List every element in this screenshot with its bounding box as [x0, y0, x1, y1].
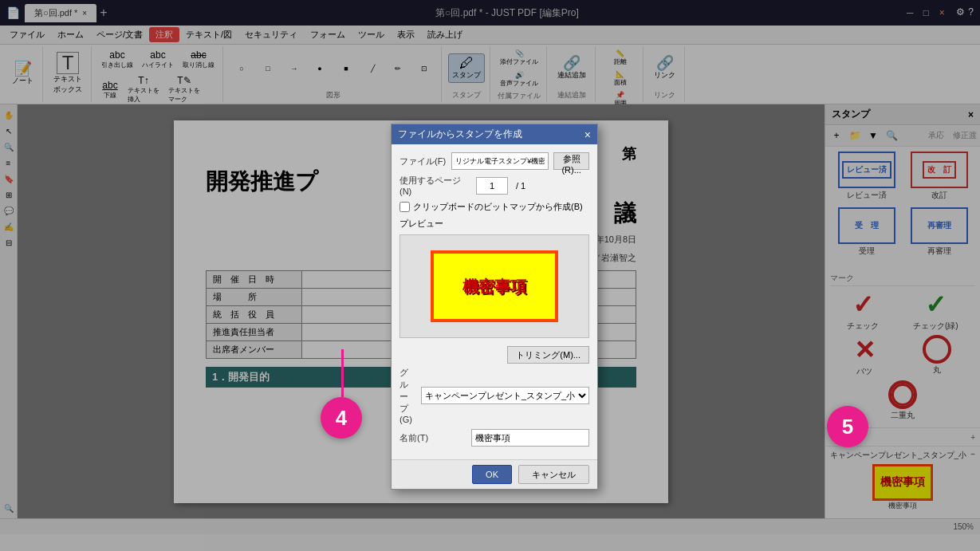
ok-btn[interactable]: OK	[472, 465, 512, 484]
clipboard-checkbox[interactable]	[399, 202, 410, 212]
preview-label: プレビュー	[399, 218, 589, 230]
page-input[interactable]	[476, 177, 508, 195]
use-page-row: 使用するページ(N) / 1	[399, 175, 589, 196]
file-label: ファイル(F)	[399, 155, 447, 167]
use-page-label: 使用するページ(N)	[399, 175, 471, 196]
stamp-preview: 機密事項	[431, 250, 558, 322]
group-row: グループ(G) キャンペーンプレゼント_スタンプ_小	[399, 367, 589, 424]
step-4-label: 4	[336, 406, 347, 431]
file-input[interactable]	[451, 152, 549, 170]
step-5-bubble: 5	[827, 406, 868, 447]
create-stamp-dialog: ファイルからスタンプを作成 × ファイル(F) 参照(R)... 使用するページ…	[391, 124, 598, 490]
dialog-title: ファイルからスタンプを作成	[398, 128, 522, 141]
preview-area: 機密事項	[399, 234, 589, 338]
stamp-preview-text: 機密事項	[462, 276, 526, 297]
trimming-row: トリミング(M)...	[399, 343, 589, 367]
name-input[interactable]	[471, 429, 589, 447]
dialog-overlay: ファイルからスタンプを作成 × ファイル(F) 参照(R)... 使用するページ…	[0, 0, 980, 551]
dialog-close-btn[interactable]: ×	[584, 128, 591, 141]
trimming-btn[interactable]: トリミング(M)...	[507, 346, 589, 364]
group-select[interactable]: キャンペーンプレゼント_スタンプ_小	[421, 387, 589, 404]
step5-container: 5	[827, 406, 868, 447]
clipboard-row: クリップボードのビットマップから作成(B)	[399, 201, 589, 213]
page-total-label: / 1	[516, 181, 525, 191]
browse-btn[interactable]: 参照(R)...	[553, 152, 589, 170]
name-label: 名前(T)	[399, 432, 466, 444]
step4-line	[341, 349, 344, 397]
clipboard-label: クリップボードのビットマップから作成(B)	[413, 201, 583, 213]
step-4-bubble: 4	[321, 397, 362, 439]
file-row: ファイル(F) 参照(R)...	[399, 152, 589, 170]
group-label: グループ(G)	[399, 367, 416, 424]
step-5-label: 5	[842, 415, 853, 439]
dialog-title-bar: ファイルからスタンプを作成 ×	[392, 124, 597, 144]
dialog-body: ファイル(F) 参照(R)... 使用するページ(N) / 1 クリップボードの…	[392, 144, 597, 459]
name-row: 名前(T)	[399, 429, 589, 447]
cancel-btn[interactable]: キャンセル	[518, 465, 589, 484]
dialog-footer: OK キャンセル	[392, 459, 597, 489]
